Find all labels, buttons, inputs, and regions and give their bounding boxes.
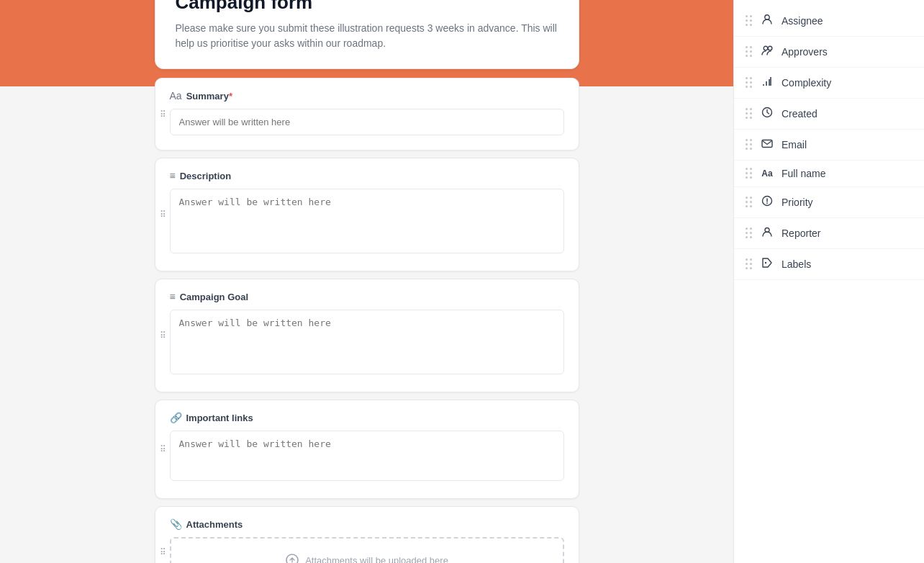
field-header-campaign-goal: ≡ Campaign Goal — [170, 291, 564, 302]
field-type-icon-summary: Aa — [170, 90, 182, 102]
field-card-summary: ⠿ Aa Summary* — [155, 78, 579, 150]
sidebar-item-complexity[interactable]: Complexity — [734, 68, 924, 99]
approvers-label: Approvers — [782, 46, 828, 58]
svg-point-12 — [765, 262, 766, 264]
complexity-label: Complexity — [782, 77, 831, 89]
sidebar-item-labels[interactable]: Labels — [734, 249, 924, 280]
drag-dots-fullname — [746, 168, 753, 179]
email-label: Email — [782, 139, 807, 150]
assignee-label: Assignee — [782, 15, 823, 27]
field-header-summary: Aa Summary* — [170, 90, 564, 102]
field-label-description: Description — [180, 171, 232, 181]
drag-dots-email — [746, 139, 753, 150]
drag-dots-approvers — [746, 46, 753, 58]
svg-point-5 — [765, 15, 769, 19]
sidebar-item-assignee[interactable]: Assignee — [734, 6, 924, 37]
approvers-icon — [760, 44, 774, 60]
main-content-area: Campaign ✓ All changes saved Share Previ… — [0, 0, 733, 563]
field-header-attachments: 📎 Attachments — [170, 518, 564, 530]
field-card-description: ⠿ ≡ Description — [155, 158, 579, 271]
field-header-description: ≡ Description — [170, 170, 564, 181]
form-container: Campaign ✓ All changes saved Share Previ… — [155, 0, 579, 563]
priority-icon — [760, 194, 774, 210]
field-label-important-links: Important links — [186, 413, 253, 423]
labels-label: Labels — [782, 258, 811, 270]
fullname-icon: Aa — [760, 168, 774, 179]
drag-dots-assignee — [746, 15, 753, 27]
form-title: Campaign form — [176, 0, 558, 14]
field-label-attachments: Attachments — [186, 519, 243, 530]
field-type-icon-attachments: 📎 — [170, 518, 182, 530]
drag-handle[interactable]: ⠿ — [160, 547, 166, 557]
sidebar-item-created[interactable]: Created — [734, 99, 924, 130]
sidebar-item-email[interactable]: Email — [734, 130, 924, 161]
form-description: Please make sure you submit these illust… — [176, 21, 558, 51]
drag-dots-priority — [746, 197, 753, 208]
drag-dots-complexity — [746, 77, 753, 89]
sidebar-item-fullname[interactable]: Aa Full name — [734, 161, 924, 187]
sidebar-item-priority[interactable]: Priority — [734, 187, 924, 218]
created-label: Created — [782, 108, 817, 120]
drag-handle[interactable]: ⠿ — [160, 210, 166, 220]
drag-handle[interactable]: ⠿ — [160, 109, 166, 120]
required-indicator: * — [229, 91, 232, 102]
drag-dots-labels — [746, 258, 753, 270]
sidebar: Assignee Approvers Complexity Created Em… — [733, 0, 924, 563]
created-icon — [760, 106, 774, 122]
complexity-icon — [760, 75, 774, 91]
drag-handle[interactable]: ⠿ — [160, 330, 166, 341]
field-type-icon-campaign-goal: ≡ — [170, 291, 176, 302]
reporter-icon — [760, 225, 774, 241]
form-header-card: Campaign ✓ All changes saved Share Previ… — [155, 0, 579, 69]
campaign-goal-input[interactable] — [170, 310, 564, 374]
sidebar-item-reporter[interactable]: Reporter — [734, 218, 924, 249]
field-card-attachments: ⠿ 📎 Attachments Attachments will be uplo… — [155, 506, 579, 563]
svg-point-7 — [768, 46, 772, 50]
field-label-summary: Summary* — [186, 91, 232, 102]
fullname-label: Full name — [782, 168, 825, 179]
svg-point-6 — [764, 46, 768, 50]
field-label-campaign-goal: Campaign Goal — [180, 292, 248, 302]
important-links-input[interactable] — [170, 431, 564, 481]
reporter-label: Reporter — [782, 228, 820, 239]
priority-label: Priority — [782, 197, 813, 208]
email-icon — [760, 137, 774, 153]
description-input[interactable] — [170, 189, 564, 253]
field-header-important-links: 🔗 Important links — [170, 412, 564, 423]
fields-area: ⠿ Aa Summary* ⠿ ≡ Description ⠿ — [155, 78, 579, 563]
labels-icon — [760, 256, 774, 272]
field-type-icon-description: ≡ — [170, 170, 176, 181]
drag-dots-reporter — [746, 228, 753, 239]
summary-input[interactable] — [170, 109, 564, 135]
drag-dots-created — [746, 108, 753, 120]
sidebar-item-approvers[interactable]: Approvers — [734, 37, 924, 68]
attachments-placeholder: Attachments will be uploaded here — [305, 555, 448, 564]
field-type-icon-important-links: 🔗 — [170, 412, 182, 423]
drag-handle[interactable]: ⠿ — [160, 444, 166, 454]
field-card-campaign-goal: ⠿ ≡ Campaign Goal — [155, 279, 579, 392]
assignee-icon — [760, 13, 774, 29]
field-card-important-links: ⠿ 🔗 Important links — [155, 400, 579, 499]
attachments-drop-zone[interactable]: Attachments will be uploaded here — [170, 537, 564, 563]
